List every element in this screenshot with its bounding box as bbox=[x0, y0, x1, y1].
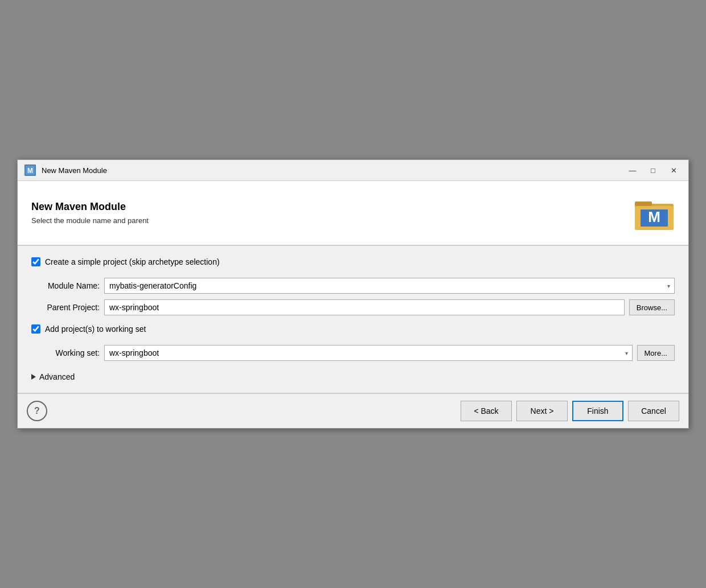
cancel-button[interactable]: Cancel bbox=[628, 401, 679, 421]
dialog-window: M New Maven Module — □ ✕ New Maven Modul… bbox=[17, 159, 689, 429]
module-name-row: Module Name: mybatis-generatorConfig ▾ bbox=[31, 278, 675, 294]
advanced-label: Advanced bbox=[39, 372, 75, 381]
footer-buttons: < Back Next > Finish Cancel bbox=[461, 401, 679, 421]
create-simple-row: Create a simple project (skip archetype … bbox=[31, 257, 675, 266]
maximize-button[interactable]: □ bbox=[645, 165, 661, 176]
header-text: New Maven Module Select the module name … bbox=[31, 201, 149, 225]
parent-project-row: Parent Project: Browse... bbox=[31, 299, 675, 315]
window-controls: — □ ✕ bbox=[625, 165, 682, 176]
advanced-section[interactable]: Advanced bbox=[31, 372, 675, 381]
add-working-set-row: Add project(s) to working set bbox=[31, 324, 675, 334]
maven-icon: M bbox=[634, 192, 675, 233]
header-area: New Maven Module Select the module name … bbox=[18, 181, 688, 245]
window-icon: M bbox=[24, 165, 36, 176]
minimize-button[interactable]: — bbox=[625, 165, 641, 176]
finish-button[interactable]: Finish bbox=[572, 401, 623, 421]
close-button[interactable]: ✕ bbox=[666, 165, 682, 176]
dialog-title: New Maven Module bbox=[31, 201, 149, 213]
parent-project-label: Parent Project: bbox=[31, 303, 100, 312]
content-area: Create a simple project (skip archetype … bbox=[18, 246, 688, 393]
working-set-select[interactable]: wx-springboot bbox=[104, 345, 633, 361]
create-simple-label[interactable]: Create a simple project (skip archetype … bbox=[45, 257, 220, 266]
next-button[interactable]: Next > bbox=[516, 401, 568, 421]
add-working-set-label[interactable]: Add project(s) to working set bbox=[45, 324, 146, 334]
help-button[interactable]: ? bbox=[27, 401, 47, 421]
window-title: New Maven Module bbox=[42, 166, 619, 175]
working-set-dropdown-wrapper: wx-springboot ▾ bbox=[104, 345, 633, 361]
svg-text:M: M bbox=[27, 167, 33, 175]
more-button[interactable]: More... bbox=[637, 345, 675, 361]
back-button[interactable]: < Back bbox=[461, 401, 512, 421]
svg-rect-4 bbox=[635, 202, 652, 206]
create-simple-checkbox[interactable] bbox=[31, 257, 40, 266]
parent-project-input[interactable] bbox=[104, 299, 625, 315]
dialog-subtitle: Select the module name and parent bbox=[31, 216, 149, 225]
browse-button[interactable]: Browse... bbox=[629, 299, 675, 315]
footer: ? < Back Next > Finish Cancel bbox=[18, 393, 688, 428]
add-working-set-checkbox[interactable] bbox=[31, 324, 40, 334]
svg-text:M: M bbox=[648, 208, 660, 225]
module-name-select[interactable]: mybatis-generatorConfig bbox=[104, 278, 675, 294]
module-name-label: Module Name: bbox=[31, 281, 100, 290]
working-set-row: Working set: wx-springboot ▾ More... bbox=[31, 345, 675, 361]
working-set-section: Add project(s) to working set Working se… bbox=[31, 324, 675, 361]
title-bar: M New Maven Module — □ ✕ bbox=[18, 160, 688, 181]
advanced-triangle-icon bbox=[31, 374, 36, 380]
module-name-dropdown-wrapper: mybatis-generatorConfig ▾ bbox=[104, 278, 675, 294]
working-set-label: Working set: bbox=[31, 348, 100, 357]
